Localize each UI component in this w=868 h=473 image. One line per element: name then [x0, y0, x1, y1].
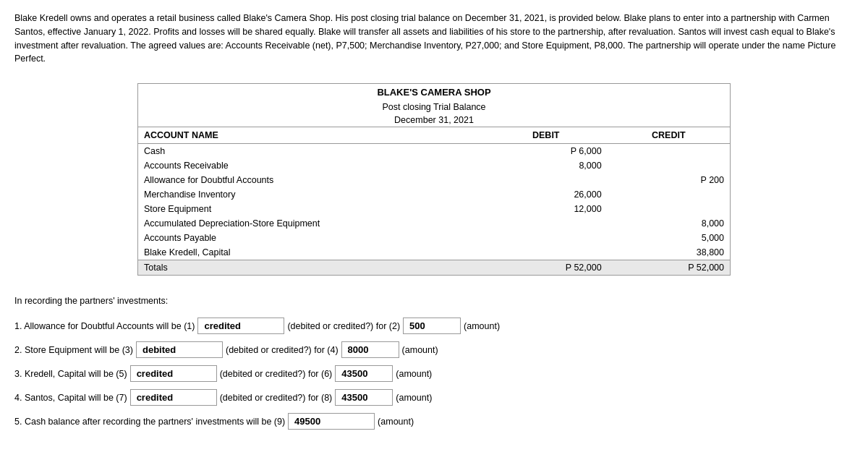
item4-label-prefix: 4. Santos, Capital will be (7) [14, 393, 127, 403]
col-header-credit: CREDIT [608, 127, 731, 144]
col-header-debit: DEBIT [485, 127, 608, 144]
answer-row-4: 4. Santos, Capital will be (7)credited(d… [14, 389, 854, 406]
credit-cell: 8,000 [608, 216, 731, 231]
table-subtitle1: Post closing Trial Balance [138, 101, 731, 114]
table-subtitle2: December 31, 2021 [138, 114, 731, 127]
debit-cell [485, 216, 608, 231]
account-name-cell: Accounts Payable [138, 231, 485, 245]
partners-investments-section: In recording the partners' investments: … [14, 296, 854, 430]
item1-label-prefix: 1. Allowance for Doubtful Accounts will … [14, 321, 195, 331]
credit-cell: P 200 [608, 173, 731, 187]
table-title: BLAKE'S CAMERA SHOP [138, 84, 731, 101]
table-row: TotalsP 52,000P 52,000 [138, 260, 731, 276]
credit-cell [608, 144, 731, 159]
credit-cell [608, 158, 731, 173]
account-name-cell: Store Equipment [138, 202, 485, 216]
item2-answer1[interactable]: debited [136, 341, 223, 358]
debit-cell [485, 173, 608, 187]
item1-answer1[interactable]: credited [197, 318, 284, 334]
item5-label-prefix: 5. Cash balance after recording the part… [14, 417, 285, 427]
table-row: Merchandise Inventory26,000 [138, 187, 731, 202]
item4-answer2[interactable]: 43500 [335, 389, 393, 406]
credit-cell: P 52,000 [608, 260, 731, 276]
item3-label-prefix: 3. Kredell, Capital will be (5) [14, 369, 127, 379]
table-row: Accounts Receivable8,000 [138, 158, 731, 173]
item5-label-suffix: (amount) [378, 417, 414, 427]
credit-cell: 38,800 [608, 245, 731, 260]
answer-row-3: 3. Kredell, Capital will be (5)credited(… [14, 365, 854, 382]
debit-cell: 26,000 [485, 187, 608, 202]
item2-label-suffix: (amount) [402, 345, 438, 355]
account-name-cell: Allowance for Doubtful Accounts [138, 173, 485, 187]
account-name-cell: Accumulated Depreciation-Store Equipment [138, 216, 485, 231]
trial-balance-table: BLAKE'S CAMERA SHOP Post closing Trial B… [137, 83, 731, 276]
item2-label-middle: (debited or credited?) for (4) [226, 345, 339, 355]
account-name-cell: Cash [138, 144, 485, 159]
col-header-account: ACCOUNT NAME [138, 127, 485, 144]
debit-cell [485, 245, 608, 260]
table-row: Accounts Payable5,000 [138, 231, 731, 245]
item1-answer2[interactable]: 500 [403, 318, 461, 334]
debit-cell: P 6,000 [485, 144, 608, 159]
account-name-cell: Totals [138, 260, 485, 276]
credit-cell: 5,000 [608, 231, 731, 245]
debit-cell: 12,000 [485, 202, 608, 216]
table-row: Accumulated Depreciation-Store Equipment… [138, 216, 731, 231]
table-container: BLAKE'S CAMERA SHOP Post closing Trial B… [14, 83, 854, 276]
item3-label-middle: (debited or credited?) for (6) [220, 369, 333, 379]
table-row: Store Equipment12,000 [138, 202, 731, 216]
debit-cell [485, 231, 608, 245]
item1-label-middle: (debited or credited?) for (2) [287, 321, 400, 331]
answer-row-1: 1. Allowance for Doubtful Accounts will … [14, 318, 854, 334]
item3-answer1[interactable]: credited [130, 365, 217, 382]
table-row: CashP 6,000 [138, 144, 731, 159]
answer-row-2: 2. Store Equipment will be (3)debited(de… [14, 341, 854, 358]
item4-label-middle: (debited or credited?) for (8) [220, 393, 333, 403]
item3-answer2[interactable]: 43500 [335, 365, 393, 382]
item1-label-suffix: (amount) [464, 321, 500, 331]
credit-cell [608, 187, 731, 202]
item4-label-suffix: (amount) [396, 393, 432, 403]
item2-label-prefix: 2. Store Equipment will be (3) [14, 345, 133, 355]
account-name-cell: Merchandise Inventory [138, 187, 485, 202]
item2-answer2[interactable]: 8000 [341, 341, 399, 358]
item5-answer[interactable]: 49500 [288, 413, 375, 430]
credit-cell [608, 202, 731, 216]
item3-label-suffix: (amount) [396, 369, 432, 379]
answer-row-5: 5. Cash balance after recording the part… [14, 413, 854, 430]
table-row: Allowance for Doubtful AccountsP 200 [138, 173, 731, 187]
debit-cell: 8,000 [485, 158, 608, 173]
table-row: Blake Kredell, Capital38,800 [138, 245, 731, 260]
item4-answer1[interactable]: credited [130, 389, 217, 406]
account-name-cell: Blake Kredell, Capital [138, 245, 485, 260]
section-title: In recording the partners' investments: [14, 296, 854, 306]
debit-cell: P 52,000 [485, 260, 608, 276]
intro-paragraph: Blake Kredell owns and operates a retail… [14, 12, 854, 66]
account-name-cell: Accounts Receivable [138, 158, 485, 173]
